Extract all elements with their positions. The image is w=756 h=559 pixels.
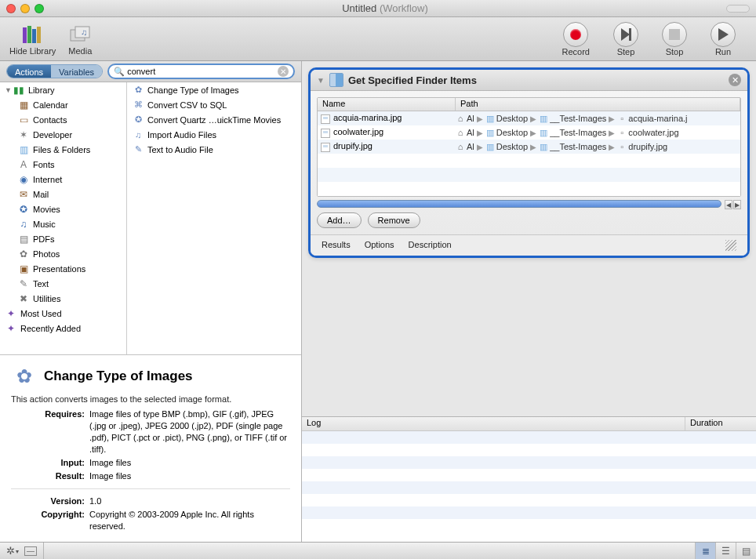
action-icon: ✎ [132,144,144,155]
result-row[interactable]: ✪Convert Quartz …uickTime Movies [127,112,301,127]
library-root[interactable]: ▼ ▮▮ Library [0,82,126,97]
view-log-button[interactable]: ▤ [736,543,756,559]
path-crumb-folder[interactable]: ▥__Test-Images [539,114,606,123]
gear-menu-button[interactable]: ✲▾ [6,545,18,557]
path-crumb-file[interactable]: ▫drupify.jpg [617,142,667,151]
table-body[interactable]: acquia-marina.jpg⌂Al▶▥Desktop▶▥__Test-Im… [318,111,740,196]
sidebar-item-utilities[interactable]: ✖Utilities [0,291,126,306]
detail-icon: ✿ [11,363,38,390]
cell-path: ⌂Al▶▥Desktop▶▥__Test-Images▶▫drupify.jpg [456,142,740,151]
sidebar-item-developer[interactable]: ✶Developer [0,127,126,142]
minimize-window-button[interactable] [20,4,30,13]
sidebar-item-calendar[interactable]: ▦Calendar [0,97,126,112]
sidebar-recently-added[interactable]: ✦Recently Added [0,321,126,336]
image-file-icon: ▫ [617,114,627,123]
result-row[interactable]: ⌘Convert CSV to SQL [127,97,301,112]
table-row[interactable]: acquia-marina.jpg⌂Al▶▥Desktop▶▥__Test-Im… [318,111,740,125]
log-rows[interactable] [302,431,756,542]
tab-variables[interactable]: Variables [51,65,102,78]
remove-action-button[interactable]: ✕ [729,74,741,86]
path-crumb-file[interactable]: ▫coolwater.jpg [617,128,678,137]
library-tree[interactable]: ▼ ▮▮ Library ▦Calendar ▭Contacts ✶Develo… [0,82,127,354]
footer-results-tab[interactable]: Results [322,240,351,251]
horizontal-scrollbar[interactable] [317,200,721,208]
footer-description-tab[interactable]: Description [409,240,452,251]
sidebar-item-presentations[interactable]: ▣Presentations [0,261,126,276]
path-crumb-home[interactable]: ⌂Al [456,128,474,137]
path-crumb-folder[interactable]: ▥__Test-Images [539,142,606,151]
sidebar-item-fonts[interactable]: AFonts [0,157,126,172]
disclosure-triangle-icon[interactable]: ▼ [5,86,13,94]
hide-library-button[interactable]: Hide Library [9,23,56,56]
table-row[interactable]: coolwater.jpg⌂Al▶▥Desktop▶▥__Test-Images… [318,125,740,140]
result-row[interactable]: ✿Change Type of Images [127,82,301,97]
path-crumb-folder[interactable]: ▥__Test-Images [539,128,606,137]
sidebar-item-files[interactable]: ▥Files & Folders [0,142,126,157]
action-card-body: Name Path acquia-marina.jpg⌂Al▶▥Desktop▶… [311,91,747,234]
sidebar-item-contacts[interactable]: ▭Contacts [0,112,126,127]
zoom-window-button[interactable] [35,4,44,13]
path-crumb-folder[interactable]: ▥Desktop [485,128,528,137]
path-crumb-file[interactable]: ▫acquia-marina.j [617,114,687,123]
action-card-header[interactable]: ▼ Get Specified Finder Items ✕ [311,70,747,91]
log-col-log[interactable]: Log [302,417,685,430]
stop-button[interactable]: Stop [662,22,687,56]
requires-key: Requires: [11,408,89,456]
music-icon: ♫ [17,219,30,230]
search-input[interactable] [127,67,278,76]
toolbar-pill-button[interactable] [726,5,750,13]
chevron-right-icon: ▶ [476,129,484,137]
resize-grip[interactable] [725,240,736,251]
workflow-action-card[interactable]: ▼ Get Specified Finder Items ✕ Name Path… [308,67,750,258]
add-button[interactable]: Add… [317,212,362,228]
run-button[interactable]: Run [711,22,736,56]
disclosure-triangle-icon[interactable]: ▼ [317,76,325,85]
step-button[interactable]: Step [613,22,638,56]
home-icon: ⌂ [456,128,465,137]
action-results-list[interactable]: ✿Change Type of Images ⌘Convert CSV to S… [127,82,301,354]
table-row-filler [318,182,740,196]
footer-options-tab[interactable]: Options [365,240,394,251]
path-crumb-folder[interactable]: ▥Desktop [485,114,528,123]
col-name[interactable]: Name [318,98,456,111]
log-row [302,519,756,532]
tab-actions[interactable]: Actions [7,65,51,78]
scroll-left-button[interactable]: ◀ [725,200,732,209]
result-key: Result: [11,470,89,482]
result-row[interactable]: ✎Text to Audio File [127,142,301,157]
result-value: Image files [89,470,290,482]
toggle-detail-button[interactable] [24,546,37,556]
log-col-duration[interactable]: Duration [685,417,756,430]
record-button[interactable]: Record [562,22,590,56]
col-path[interactable]: Path [456,98,740,111]
workflow-canvas[interactable] [302,264,756,416]
contacts-icon: ▭ [17,114,30,125]
detail-description: This action converts images to the selec… [11,394,290,404]
sidebar-item-pdfs[interactable]: ▤PDFs [0,231,126,246]
sidebar-item-movies[interactable]: ✪Movies [0,201,126,216]
clear-search-button[interactable]: ✕ [278,66,289,77]
folder-icon: ▥ [539,114,548,123]
view-list-button[interactable]: ☰ [715,543,736,559]
remove-button[interactable]: Remove [368,212,420,228]
sidebar-item-label: Utilities [33,294,60,303]
log-pane: Log Duration [302,416,756,542]
sidebar-item-label: Internet [33,175,62,184]
sidebar-item-text[interactable]: ✎Text [0,276,126,291]
view-flow-button[interactable]: ≣ [695,543,715,559]
media-button[interactable]: ♫ Media [67,23,93,56]
sidebar-most-used[interactable]: ✦Most Used [0,306,126,321]
path-crumb-home[interactable]: ⌂Al [456,142,474,151]
home-icon: ⌂ [456,114,465,123]
sidebar-item-photos[interactable]: ✿Photos [0,246,126,261]
bottom-toolbar: ✲▾ ≣ ☰ ▤ [0,542,756,559]
sidebar-item-mail[interactable]: ✉Mail [0,187,126,201]
table-row[interactable]: drupify.jpg⌂Al▶▥Desktop▶▥__Test-Images▶▫… [318,140,740,154]
scroll-right-button[interactable]: ▶ [733,200,741,209]
path-crumb-home[interactable]: ⌂Al [456,114,474,123]
path-crumb-folder[interactable]: ▥Desktop [485,142,528,151]
sidebar-item-internet[interactable]: ◉Internet [0,172,126,187]
close-window-button[interactable] [6,4,16,13]
sidebar-item-music[interactable]: ♫Music [0,216,126,231]
result-row[interactable]: ♫Import Audio Files [127,127,301,142]
